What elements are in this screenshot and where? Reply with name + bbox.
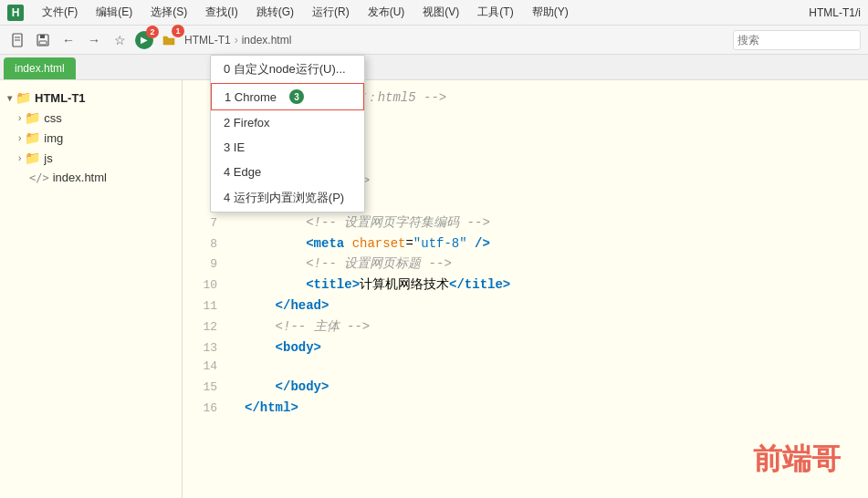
root-folder-icon: 📁 xyxy=(16,90,31,105)
css-arrow-icon: › xyxy=(18,113,21,123)
search-input[interactable] xyxy=(733,30,861,50)
code-line-14: 14 xyxy=(183,358,868,377)
menu-publish[interactable]: 发布(U) xyxy=(364,3,409,22)
dropdown-item-custom-node[interactable]: 0 自定义node运行(U)... xyxy=(211,56,364,83)
menu-edit[interactable]: 编辑(E) xyxy=(92,3,136,22)
dropdown-item-chrome[interactable]: 1 Chrome 3 xyxy=(211,83,364,110)
folder-badge: 1 xyxy=(172,25,184,37)
code-line-11: 11 </head> xyxy=(183,296,868,316)
run-dropdown-menu: 0 自定义node运行(U)... 1 Chrome 3 2 Firefox 3… xyxy=(210,55,365,213)
js-folder-icon: 📁 xyxy=(25,150,40,165)
item-ie-label: 3 IE xyxy=(224,140,245,154)
item-edge-label: 4 Edge xyxy=(224,165,261,179)
js-arrow-icon: › xyxy=(18,153,21,163)
code-line-10: 10 <title>计算机网络技术</title> xyxy=(183,275,868,296)
sidebar-folder-css-label: css xyxy=(44,111,62,125)
dropdown-item-ie[interactable]: 3 IE xyxy=(211,135,364,160)
tab-bar: index.html xyxy=(0,55,868,80)
sidebar-item-img[interactable]: › 📁 img xyxy=(0,128,182,148)
item-custom-node-label: 0 自定义node运行(U)... xyxy=(224,61,346,78)
menu-select[interactable]: 选择(S) xyxy=(147,3,191,22)
breadcrumb-root: HTML-T1 xyxy=(184,34,231,47)
code-line-9: 9 <!-- 设置网页标题 --> xyxy=(183,254,868,275)
code-line-12: 12 <!-- 主体 --> xyxy=(183,316,868,337)
back-button[interactable]: ← xyxy=(58,30,78,50)
menu-run[interactable]: 运行(R) xyxy=(309,3,353,22)
breadcrumb-folder-icon: 1 xyxy=(159,30,179,50)
sidebar: ▾ 📁 HTML-T1 › 📁 css › 📁 img › 📁 js </> i… xyxy=(0,80,183,498)
menu-jump[interactable]: 跳转(G) xyxy=(253,3,298,22)
menu-help[interactable]: 帮助(Y) xyxy=(528,3,572,22)
menu-view[interactable]: 视图(V) xyxy=(419,3,463,22)
dropdown-item-edge[interactable]: 4 Edge xyxy=(211,160,364,184)
code-line-15: 15 </body> xyxy=(183,377,868,398)
save-button[interactable] xyxy=(33,30,53,50)
dropdown-item-builtin-browser[interactable]: 4 运行到内置浏览器(P) xyxy=(211,184,364,212)
run-button[interactable]: ▶ 2 xyxy=(135,31,153,49)
toolbar: ← → ☆ ▶ 2 1 HTML-T1 › index.html xyxy=(0,26,868,55)
img-arrow-icon: › xyxy=(18,133,21,143)
menu-bar: H 文件(F) 编辑(E) 选择(S) 查找(I) 跳转(G) 运行(R) 发布… xyxy=(0,0,868,26)
window-title-right: HTML-T1/i xyxy=(809,6,861,19)
code-line-8: 8 <meta charset="utf-8" /> xyxy=(183,233,868,254)
sidebar-folder-js-label: js xyxy=(44,151,52,165)
sidebar-item-js[interactable]: › 📁 js xyxy=(0,148,182,168)
code-line-16: 16 </html> xyxy=(183,398,868,419)
new-file-button[interactable] xyxy=(7,30,27,50)
item-chrome-label: 1 Chrome xyxy=(225,90,277,104)
run-badge: 2 xyxy=(146,26,159,38)
sidebar-root-label: HTML-T1 xyxy=(35,91,86,105)
breadcrumb-sep1: › xyxy=(235,34,238,47)
svg-rect-4 xyxy=(40,35,45,38)
item-firefox-label: 2 Firefox xyxy=(224,116,270,130)
sidebar-file-label: index.html xyxy=(53,171,107,184)
sidebar-item-index-html[interactable]: </> index.html xyxy=(0,168,182,187)
css-folder-icon: 📁 xyxy=(25,110,40,125)
tab-index-html[interactable]: index.html xyxy=(4,57,76,79)
menu-tools[interactable]: 工具(T) xyxy=(474,3,517,22)
breadcrumb: HTML-T1 › index.html xyxy=(184,34,727,47)
dropdown-overlay: 0 自定义node运行(U)... 1 Chrome 3 2 Firefox 3… xyxy=(210,55,365,213)
code-line-13: 13 <body> xyxy=(183,337,868,358)
sidebar-folder-img-label: img xyxy=(44,131,63,145)
img-folder-icon: 📁 xyxy=(25,130,40,145)
dropdown-item-firefox[interactable]: 2 Firefox xyxy=(211,110,364,135)
bookmark-button[interactable]: ☆ xyxy=(110,30,130,50)
app-logo: H xyxy=(7,5,24,21)
svg-rect-5 xyxy=(39,41,47,45)
watermark: 前端哥 xyxy=(753,440,841,480)
menu-file[interactable]: 文件(F) xyxy=(38,3,81,22)
file-html-icon: </> xyxy=(29,171,49,184)
item-builtin-browser-label: 4 运行到内置浏览器(P) xyxy=(224,190,344,206)
root-arrow-icon: ▾ xyxy=(7,93,12,103)
main-content: ▾ 📁 HTML-T1 › 📁 css › 📁 img › 📁 js </> i… xyxy=(0,80,868,498)
chrome-badge: 3 xyxy=(289,89,304,104)
forward-button[interactable]: → xyxy=(84,30,104,50)
sidebar-item-css[interactable]: › 📁 css xyxy=(0,108,182,128)
breadcrumb-file: index.html xyxy=(242,34,292,47)
sidebar-root[interactable]: ▾ 📁 HTML-T1 xyxy=(0,88,182,108)
menu-find[interactable]: 查找(I) xyxy=(202,3,241,22)
code-line-7: 7 <!-- 设置网页字符集编码 --> xyxy=(183,213,868,233)
